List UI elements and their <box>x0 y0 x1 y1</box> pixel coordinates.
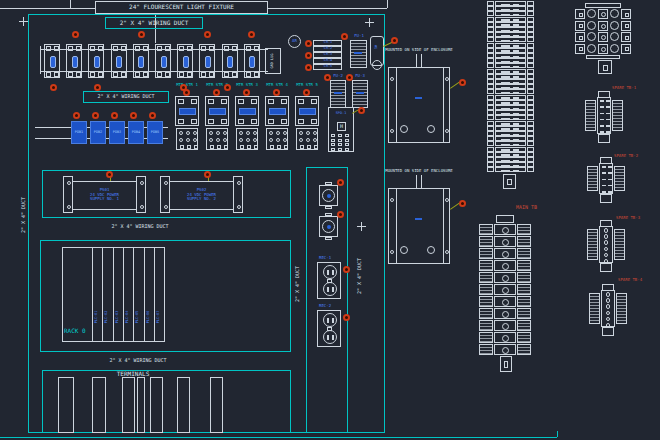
spd-key <box>345 134 349 137</box>
circuit-breaker <box>44 44 60 78</box>
breaker-terminal <box>246 72 251 77</box>
rail-end <box>40 46 41 74</box>
knockout-hole <box>427 125 435 133</box>
breaker-toggle <box>183 56 189 68</box>
nameplate-mark <box>415 218 422 220</box>
tb-mark <box>606 106 610 108</box>
terminal-mark <box>501 118 510 120</box>
overload-terminal <box>217 145 221 149</box>
detailA-screw <box>587 44 596 53</box>
end-slot <box>625 47 629 51</box>
tb-detail-label-2: SPARE TB-1 <box>612 86 636 90</box>
terminal-mark <box>501 97 510 99</box>
power-block-label: PDB4 <box>129 124 143 142</box>
terminal-screw <box>502 299 509 306</box>
enclosure-flange <box>396 68 397 142</box>
starter-terminal <box>311 119 317 124</box>
tb-mark <box>600 131 604 133</box>
power-distribution-block: PDB2 <box>90 121 106 144</box>
tb-detail-body <box>599 226 613 263</box>
strip2-flange <box>479 224 493 235</box>
callout-balloon <box>138 31 145 38</box>
ps-bracket <box>233 176 243 213</box>
callout-balloon <box>94 84 101 91</box>
flange-screw <box>390 250 394 254</box>
ps-bracket <box>160 176 170 213</box>
starter-label: MTR STR 5 <box>292 83 322 88</box>
power-distribution-block: PDB5 <box>147 121 163 144</box>
ceiling-tick <box>70 0 71 8</box>
flange-screw <box>445 77 449 81</box>
breaker-terminal <box>157 46 162 51</box>
tb-mark <box>608 179 612 181</box>
ps-body-line <box>73 181 136 182</box>
terminal-screw <box>502 311 509 318</box>
ps-screw <box>140 181 144 185</box>
receptacle-outlet <box>323 265 337 279</box>
fuse-element <box>354 52 362 54</box>
door-switch-text: SW <box>375 45 379 49</box>
enclosure-note-1: MOUNTED ON SIDE OF ENCLOSURE <box>384 46 454 54</box>
fuse-text: FU-1 <box>354 34 364 38</box>
strip2-terminal <box>494 236 516 247</box>
power-block-label: PDB2 <box>91 124 105 142</box>
rack-label: RACK 0 <box>64 328 86 335</box>
center-screw <box>601 24 606 29</box>
detailA-end <box>621 32 631 42</box>
spd-key <box>345 143 349 146</box>
tb-detail-foot <box>600 194 612 203</box>
tb-detail-label-main: MAIN TB <box>516 205 537 211</box>
spd-key <box>345 139 349 142</box>
tb-mark <box>606 113 610 115</box>
overload-terminal <box>270 145 274 149</box>
end-slot <box>579 24 583 28</box>
terminal-group <box>150 377 163 433</box>
terminal-mark <box>501 160 510 162</box>
tb-detail-label-5: SPARE TB-4 <box>618 278 642 282</box>
terminal-mark <box>501 9 510 11</box>
spd-key <box>331 143 335 146</box>
strip2-flange <box>517 248 531 259</box>
overload-relay <box>266 128 288 150</box>
strip2-flange <box>517 320 531 331</box>
fuse-label-1: FU-1 <box>351 34 367 39</box>
knockout-hole <box>427 246 435 254</box>
callout-balloon <box>343 314 350 321</box>
pilot-tab <box>325 237 332 240</box>
overload-screw <box>313 138 317 142</box>
breaker-terminal <box>90 72 95 77</box>
ps-screw <box>67 205 71 209</box>
tb-mark <box>606 125 610 127</box>
terminal-group <box>122 377 135 433</box>
terminal-mark <box>513 160 519 162</box>
ps-screw <box>67 181 71 185</box>
strip2-flange <box>517 296 531 307</box>
callout-balloon <box>341 33 348 40</box>
fuse-text: FU-3 <box>355 74 365 78</box>
tb-screw <box>604 240 609 245</box>
end-slot <box>579 13 583 17</box>
ps-bracket <box>136 176 146 213</box>
breaker-terminal <box>68 72 73 77</box>
breaker-toggle <box>227 56 233 68</box>
detailA-end <box>621 44 631 54</box>
breaker-terminal <box>46 72 51 77</box>
starter-terminal <box>221 119 227 124</box>
tb-detail-body <box>601 290 615 327</box>
motor-starter <box>235 96 259 126</box>
motor-starter <box>295 96 319 126</box>
terminal-mark <box>501 76 510 78</box>
tb-detail-foot <box>598 134 610 143</box>
spd-text: SPD-1 <box>336 112 347 116</box>
terminal-mark <box>501 30 510 32</box>
power-block-label: PDB5 <box>148 124 162 142</box>
callout-balloon <box>273 89 280 96</box>
starter-terminal <box>281 119 287 124</box>
terminal-mark <box>501 19 510 21</box>
tb-detail-flange <box>616 293 627 324</box>
duct-label-text: 2" X 4" WIRING DUCT <box>109 358 166 364</box>
tb-detail-flange <box>614 166 625 191</box>
starter-terminal <box>208 99 214 104</box>
detailA-end <box>575 32 585 42</box>
duct-label-text: 2" X 4" WIRING DUCT <box>97 94 154 100</box>
